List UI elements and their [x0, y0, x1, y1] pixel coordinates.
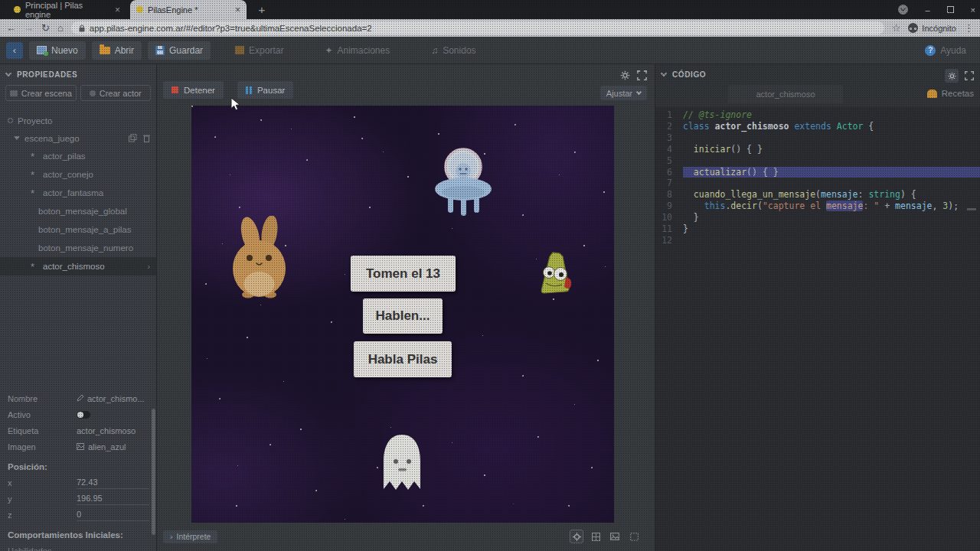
forward-icon[interactable]: → — [24, 23, 34, 33]
url-bar[interactable]: app.pilas-engine.com.ar/#/editor?p3=true… — [71, 21, 884, 34]
code-line[interactable]: 11} — [655, 223, 980, 235]
x-field[interactable]: 72.43 — [77, 477, 149, 489]
crear-actor-button[interactable]: Crear actor — [80, 85, 152, 101]
line-content — [683, 235, 980, 246]
code-settings-button[interactable] — [945, 69, 959, 83]
code-line[interactable]: 1// @ts-ignore — [655, 109, 980, 121]
browser-menu-icon[interactable]: ⋮ — [964, 23, 974, 33]
stage-settings-gear-icon[interactable] — [620, 70, 630, 80]
delete-scene-icon[interactable] — [143, 134, 150, 142]
tree-item-actor-chismoso[interactable]: * actor_chismoso › — [0, 257, 156, 276]
code-line[interactable]: 6 actualizar() { } — [655, 167, 980, 178]
chevron-down-icon — [636, 89, 642, 94]
interprete-label: Intérprete — [177, 532, 211, 541]
code-editor[interactable]: 1// @ts-ignore2class actor_chismoso exte… — [655, 107, 980, 551]
lock-icon — [79, 24, 85, 32]
guardar-button[interactable]: Guardar — [148, 41, 211, 60]
line-number: 4 — [655, 144, 683, 155]
game-button-habla-pilas[interactable]: Habla Pilas — [354, 341, 452, 377]
nuevo-button[interactable]: Nuevo — [29, 41, 86, 60]
actor-label: actor_pilas — [43, 152, 86, 161]
tree-item-boton-mensaje-a-pilas[interactable]: boton_mensaje_a_pilas — [0, 220, 156, 239]
detener-button[interactable]: Detener — [163, 81, 224, 99]
minimize-button[interactable]: – — [925, 5, 929, 15]
back-icon[interactable]: ← — [6, 23, 16, 33]
comportamientos-header: Comportamientos Iniciales: — [0, 523, 157, 543]
habilidades-label: Habilidades — [8, 546, 51, 551]
game-button-tomen[interactable]: Tomen el 13 — [351, 256, 456, 292]
tree-item-boton-mensaje-numero[interactable]: boton_mensaje_numero — [0, 239, 156, 257]
code-line[interactable]: 2class actor_chismoso extends Actor { — [655, 121, 980, 132]
maximize-button[interactable] — [947, 6, 954, 13]
crear-escena-button[interactable]: Crear escena — [5, 85, 77, 101]
code-tab-label: actor_chismoso — [756, 90, 815, 99]
proyecto-label: Proyecto — [18, 116, 52, 126]
position-tool-button[interactable] — [570, 530, 583, 543]
sonidos-label: Sonidos — [443, 45, 475, 56]
interprete-button[interactable]: › Intérprete — [163, 530, 217, 543]
imagen-field[interactable]: alien_azul — [77, 442, 126, 452]
activo-toggle[interactable] — [77, 411, 90, 419]
ajustar-dropdown[interactable]: Ajustar — [600, 86, 647, 100]
browser-tab-principal[interactable]: Principal | Pilas engine × — [8, 0, 126, 19]
tree-item-actor-conejo[interactable]: * actor_conejo — [0, 165, 156, 184]
recetas-button[interactable]: Recetas — [927, 85, 974, 102]
selection-tool-button[interactable] — [627, 530, 641, 543]
code-tab-actor-chismoso[interactable]: actor_chismoso — [728, 85, 843, 103]
scene-icon — [10, 90, 18, 96]
tab-close-icon[interactable]: × — [235, 5, 240, 15]
imagen-value: alien_azul — [88, 442, 126, 452]
save-icon — [155, 46, 165, 55]
gear-icon — [948, 72, 956, 80]
exportar-button[interactable]: Exportar — [227, 41, 291, 60]
etiqueta-value[interactable]: actor_chismoso — [77, 426, 136, 435]
line-number: 3 — [655, 132, 683, 144]
tree-item-actor-fantasma[interactable]: * actor_fantasma — [0, 184, 156, 202]
fullscreen-icon[interactable] — [965, 71, 974, 80]
snapshot-tool-button[interactable] — [608, 530, 622, 543]
code-line[interactable]: 8 cuando_llega_un_mensaje(mensaje: strin… — [655, 189, 980, 201]
home-icon[interactable]: ⌂ — [57, 23, 64, 33]
code-line[interactable]: 3 — [655, 132, 980, 144]
abrir-button[interactable]: Abrir — [92, 41, 142, 60]
browser-tab-editor[interactable]: PilasEngine * × — [130, 0, 247, 19]
reload-icon[interactable]: ↻ — [41, 23, 50, 33]
close-window-button[interactable]: × — [971, 5, 975, 15]
grid-tool-button[interactable] — [589, 530, 603, 543]
properties-panel: PROPIEDADES Crear escena Crear actor Pro… — [0, 64, 157, 551]
new-tab-button[interactable]: + — [254, 2, 270, 18]
game-button-hablen[interactable]: Hablen... — [363, 298, 443, 334]
tree-item-proyecto[interactable]: Proyecto — [0, 112, 156, 129]
tree-item-escena[interactable]: escena_juego — [0, 129, 156, 147]
tab-close-icon[interactable]: × — [115, 5, 120, 15]
fullscreen-icon[interactable] — [637, 70, 647, 80]
collapse-chevron-icon[interactable] — [5, 70, 11, 77]
code-line[interactable]: 9 this.decir("capture el mensaje: " + me… — [655, 201, 980, 212]
code-line[interactable]: 12 — [655, 235, 980, 246]
recipes-icon — [927, 90, 937, 98]
tab-search-icon[interactable] — [898, 5, 908, 15]
z-field[interactable]: 0 — [77, 509, 149, 521]
project-bullet-icon — [8, 118, 13, 123]
tree-item-actor-pilas[interactable]: * actor_pilas — [0, 147, 156, 165]
y-field[interactable]: 196.95 — [77, 493, 149, 505]
pausar-button[interactable]: Pausar — [237, 81, 293, 99]
actor-properties: Nombre actor_chismo... Activo Etiqueta a… — [0, 390, 157, 551]
expand-triangle-icon[interactable] — [14, 136, 20, 140]
nombre-field[interactable]: actor_chismo... — [77, 394, 145, 403]
back-to-projects-button[interactable]: ‹ — [6, 42, 23, 59]
tree-item-boton-mensaje-global[interactable]: boton_mensaje_global — [0, 202, 156, 220]
code-line[interactable]: 7 — [655, 178, 980, 189]
code-panel: CÓDIGO actor_chismoso Recetas 1// @ts-ig… — [655, 64, 980, 551]
bookmark-star-icon[interactable]: ☆ — [892, 23, 901, 33]
animaciones-button[interactable]: ✦ Animaciones — [317, 41, 397, 60]
code-line[interactable]: 4 iniciar() { } — [655, 144, 980, 155]
ayuda-button[interactable]: ? Ayuda — [917, 41, 974, 60]
code-line[interactable]: 10 } — [655, 212, 980, 223]
duplicate-scene-icon[interactable] — [129, 134, 137, 142]
sidebar-scrollbar[interactable] — [152, 409, 155, 535]
game-canvas[interactable]: Tomen el 13 Hablen... Habla Pilas — [191, 106, 614, 523]
sonidos-button[interactable]: ♫ Sonidos — [423, 41, 483, 60]
collapse-chevron-icon[interactable] — [661, 70, 667, 77]
code-line[interactable]: 5 — [655, 155, 980, 167]
